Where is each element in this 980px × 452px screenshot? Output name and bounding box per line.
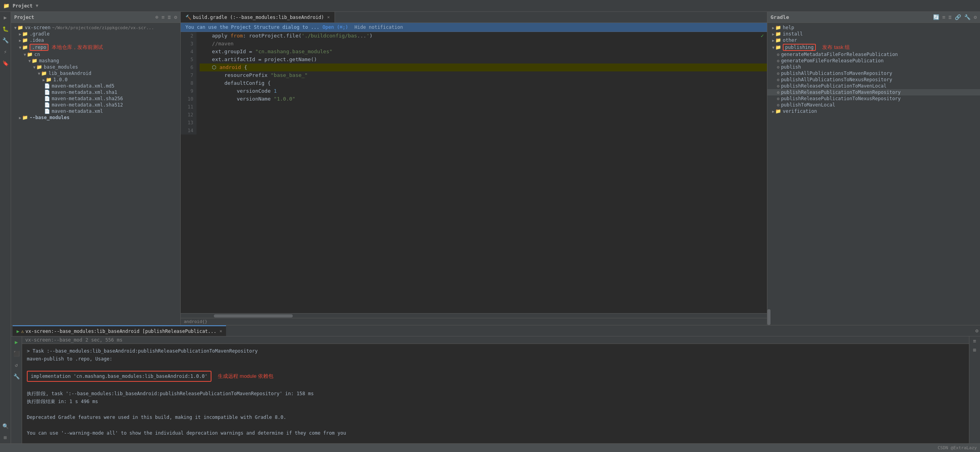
gradle-item-t9[interactable]: ⚙ publishToMavenLocal (767, 102, 980, 108)
run-stop-icon[interactable]: ⬛ (12, 349, 21, 358)
gradle-link-icon[interactable]: 🔗 (955, 14, 961, 20)
run-line-4 (27, 382, 964, 390)
code-line-4: //maven (200, 40, 767, 48)
editor-tab-build-gradle[interactable]: 🔨 build.gradle (:--base_modules:lib_base… (181, 12, 335, 22)
gradle-item-t8[interactable]: nexus → ⚙ publishReleasePublicationToNex… (767, 95, 980, 102)
wrench-icon[interactable]: 🔧 (1, 36, 10, 45)
tree-item-f4[interactable]: 📄 maven-metadata.xml.sha512 (11, 102, 180, 108)
gradle-item-t7[interactable]: 本地 → ⚙ publishReleasePublicationToMavenR… (767, 89, 980, 95)
gradle-item-other[interactable]: ▶ 📁 other (767, 37, 980, 43)
gradle-wrench-icon[interactable]: 🔧 (964, 14, 971, 20)
tree-item-f3[interactable]: 📄 maven-metadata.xml.sha256 (11, 95, 180, 102)
editor-tab-close[interactable]: ✕ (327, 15, 330, 20)
tree-item-lib-baseandroid[interactable]: ▼ 📁 lib_baseAndroid (11, 70, 180, 77)
notification-hide-link[interactable]: Hide notification (355, 24, 403, 30)
tree-item-gradle[interactable]: ▶ 📁 .gradle (11, 31, 180, 37)
gradle-item-t4[interactable]: ⚙ publishAllPublicationsToMavenRepositor… (767, 70, 980, 77)
notification-bar: You can use the Project Structure dialog… (181, 23, 767, 32)
gradle-item-help[interactable]: ▶ 📁 help (767, 24, 980, 31)
run-right-icon-1[interactable]: ≡ (973, 338, 976, 344)
gradle-item-publishing[interactable]: ▼ 📁 publishing 发布 task 组 (767, 43, 980, 51)
code-line-6: ext.artifactId = project.getName() (200, 56, 767, 64)
run-wrench-icon[interactable]: 🔧 (12, 372, 21, 381)
tree-item-repo[interactable]: ▼ 📁 .repo 本地仓库，发布前测试 (11, 43, 180, 51)
tree-item-idea[interactable]: ▶ 📁 .idea (11, 37, 180, 43)
gradle-scrollbar-thumb[interactable] (767, 309, 771, 325)
run-line-3 (27, 363, 964, 371)
tree-item-base-modules[interactable]: ▼ 📁 base_modules (11, 64, 180, 70)
gradle-panel-header: Gradle 🔄 ≡ ≣ 🔗 🔧 ⚙ (767, 12, 980, 23)
tree-item-mashang[interactable]: ▼ 📁 mashang (11, 58, 180, 64)
gradle-settings-icon[interactable]: ⚙ (974, 14, 977, 20)
gradle-item-t2[interactable]: ⚙ generatePomFileForReleasePublication (767, 58, 980, 64)
gradle-sync-icon[interactable]: 🔄 (933, 14, 939, 20)
f5-label: maven-metadata.xml (52, 108, 103, 114)
tree-item-f1[interactable]: 📄 maven-metadata.xml.md5 (11, 83, 180, 89)
mashang-label: mashang (39, 58, 59, 64)
run-bottom: ▶ ⬛ ↺ 🔧 vx-screen:--base_mod 2 sec, 556 … (11, 336, 980, 443)
code-editor[interactable]: 2 3 4 5 6 7 8 9 10 11 12 13 14 (181, 32, 767, 313)
impl-annotation: 生成远程 module 依赖包 (218, 372, 273, 380)
gradle-item-t3[interactable]: ⚙ publish (767, 64, 980, 70)
run-rerun-icon[interactable]: ↺ (14, 361, 19, 369)
settings-icon[interactable]: ⚙ (174, 14, 177, 20)
notification-open-link[interactable]: Open (⌘;) (323, 24, 348, 30)
run-output-lines: > Task :--base_modules:lib_baseAndroid:p… (27, 347, 964, 437)
other-label: other (783, 37, 797, 43)
bookmark-icon[interactable]: 🔖 (1, 59, 10, 67)
notification-text: You can use the Project Structure dialog… (185, 24, 320, 30)
verification-label: verification (783, 108, 817, 114)
sync-icon[interactable]: ⊕ (155, 14, 159, 20)
editor-panel: 🔨 build.gradle (:--base_modules:lib_base… (181, 12, 767, 325)
status-bar: CSDN @ExtraLazy (0, 443, 980, 452)
t2-label: generatePomFileForReleasePublication (781, 58, 884, 64)
run-icon[interactable]: ▶ (3, 13, 8, 22)
run-settings-icon[interactable]: ⚙ (975, 328, 978, 334)
run-line-2: maven-publish to .repo, Usage: (27, 355, 964, 363)
idea-label: .idea (30, 37, 44, 43)
gradle-scrollbar[interactable] (767, 301, 771, 325)
tree-item-version[interactable]: ▶ 📁 1.0.0 (11, 77, 180, 83)
run-task-name: vx-screen:--base_mod (25, 337, 82, 343)
breadcrumb-text: android{} (184, 319, 208, 324)
top-bar-dropdown-icon[interactable]: ▼ (36, 3, 39, 8)
code-line-9: resourcePrefix "base_base_" (200, 71, 767, 79)
run-tab-active[interactable]: ▶ ⚠ vx-screen:--base_modules:lib_baseAnd… (13, 325, 226, 336)
project-panel-title: Project (14, 15, 34, 20)
gradle-expand-icon[interactable]: ≣ (948, 14, 952, 20)
search-icon-left[interactable]: 🔍 (1, 422, 10, 430)
run-line-8: Deprecated Gradle features were used in … (27, 413, 964, 421)
run-line-9 (27, 421, 964, 429)
structure-icon[interactable]: ⚡ (3, 48, 8, 56)
terminal-icon[interactable]: ⊞ (3, 433, 8, 442)
debug-icon[interactable]: 🐛 (1, 25, 10, 33)
run-right-icon-2[interactable]: ⊞ (973, 347, 976, 353)
tree-item-f2[interactable]: 📄 maven-metadata.xml.sha1 (11, 89, 180, 95)
gradle-item-t1[interactable]: ⚙ generateMetadataFileForReleasePublicat… (767, 51, 980, 58)
collapse-icon[interactable]: ≡ (162, 14, 165, 20)
left-sidebar-icons: ▶ 🐛 🔧 ⚡ 🔖 🔍 ⊞ (0, 12, 11, 443)
gradle-tree: ▶ 📁 help ▶ 📁 install ▶ (767, 23, 980, 301)
help-label: help (783, 25, 794, 30)
gradle-item-t6[interactable]: ⚙ publishReleasePublicationToMavenLocal (767, 83, 980, 89)
gradle-collapse-icon[interactable]: ≡ (943, 14, 946, 20)
repo-annotation: 本地仓库，发布前测试 (52, 44, 103, 51)
tree-item-cn[interactable]: ▼ 📁 cn (11, 51, 180, 58)
run-header: vx-screen:--base_mod 2 sec, 556 ms (22, 336, 969, 344)
tree-item-root[interactable]: ▼ 📁 vx-screen ~/Work/projectcode/zippkgc… (11, 24, 180, 31)
gradle-item-install[interactable]: ▶ 📁 install (767, 31, 980, 37)
main-content: Project ⊕ ≡ ≣ ⚙ ▼ 📁 vx-screen (11, 12, 980, 443)
run-tab-icon: ▶ (17, 329, 19, 334)
run-play-icon[interactable]: ▶ (14, 338, 19, 346)
run-tab-close[interactable]: ✕ (220, 329, 223, 334)
gradle-item-verification[interactable]: ▶ 📁 verification (767, 108, 980, 114)
publishing-label: publishing (783, 45, 816, 50)
gradle-item-t5[interactable]: ⚙ publishAllPublicationsToNexusRepositor… (767, 77, 980, 83)
horizontal-scrollbar[interactable] (181, 313, 767, 318)
expand-icon[interactable]: ≣ (168, 14, 171, 20)
tree-item-f5[interactable]: 📄 maven-metadata.xml (11, 108, 180, 114)
tree-item-base-modules-root[interactable]: ▶ 📁 --base_modules (11, 114, 180, 121)
t6-label: publishReleasePublicationToMavenLocal (781, 83, 886, 89)
scrollbar-thumb-h[interactable] (214, 314, 293, 318)
code-line-8: ⬡ android { (200, 64, 767, 71)
